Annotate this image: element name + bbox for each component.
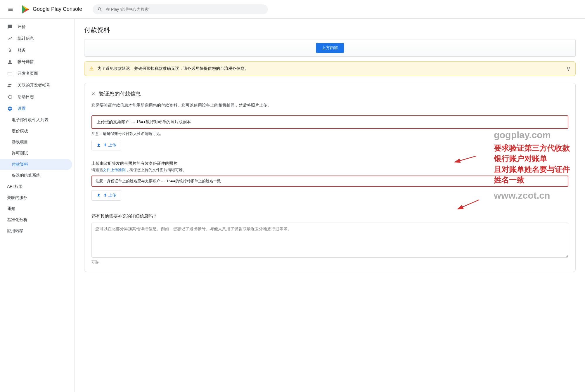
sidebar-label-rating: 评价	[18, 24, 26, 30]
warning-expand-icon[interactable]: ∨	[566, 65, 571, 72]
id-upload-note-red-text: 注意：身份证件上的姓名应与支票账户 ···· 16●●的银行对帐单上的姓名一致	[96, 179, 221, 183]
sidebar-label-devpage: 开发者页面	[18, 71, 38, 76]
rating-icon	[7, 24, 13, 30]
id-upload-link[interactable]: 文件上传准则	[103, 168, 126, 172]
menu-icon[interactable]	[5, 4, 16, 15]
sidebar-label-analytics: 基准化分析	[7, 217, 27, 223]
sidebar-item-activity[interactable]: 活动日志	[0, 91, 72, 103]
scrolled-top-area: 上方内容	[84, 39, 576, 57]
sidebar-item-rating[interactable]: 评价	[0, 21, 72, 33]
page-title: 付款资料	[84, 26, 576, 34]
sidebar-label-notify: 通知	[7, 206, 15, 211]
warning-banner: ⚠ 为了避免收款延迟，并确保预扣税款准确无误，请务必尽快提供您的台湾税务信息。 …	[84, 61, 576, 76]
main-content: 付款资料 上方内容 ⚠ 为了避免收款延迟，并确保预扣税款准确无误，请务必尽快提供…	[75, 19, 585, 392]
sidebar-item-analytics[interactable]: 基准化分析	[0, 214, 72, 226]
sidebar-item-pricing[interactable]: 定价模板	[0, 126, 72, 137]
sidebar-label-transfer: 应用转移	[7, 228, 23, 234]
verify-header: ✕ 验证您的付款信息	[91, 90, 568, 97]
additional-title: 还有其他需要补充的详细信息吗？	[91, 214, 568, 219]
search-input[interactable]	[106, 7, 263, 12]
app-title: Google Play Console	[33, 6, 82, 12]
id-upload-note-link: 请遵循文件上传准则，确保您上传的文件图片清晰可辨。	[91, 167, 568, 173]
sidebar-item-payment[interactable]: 付款资料	[0, 159, 72, 170]
sidebar-label-linked: 关联的开发者帐号	[18, 83, 50, 88]
sidebar-label-pricing: 定价模板	[12, 129, 28, 134]
sidebar-label-email-list: 电子邮件收件人列表	[12, 117, 49, 123]
bank-upload-label: 上传您的支票账户 ···· 16●●银行对帐单的照片或副本	[97, 119, 191, 124]
id-upload-btn-label: ⬆ 上传	[103, 193, 116, 198]
verify-section: ✕ 验证您的付款信息 您需要验证付款信息才能重新启用您的付款资料。您可以使用设备…	[84, 83, 576, 272]
bank-upload-area: 上传您的支票账户 ···· 16●●银行对帐单的照片或副本	[91, 115, 568, 129]
verify-title: 验证您的付款信息	[99, 90, 141, 97]
sidebar-item-devpage[interactable]: 开发者页面	[0, 68, 72, 79]
search-icon	[97, 7, 102, 12]
activity-icon	[7, 94, 13, 100]
id-upload-button[interactable]: ⬆ 上传	[91, 190, 121, 201]
content-wrapper: ✕ 验证您的付款信息 您需要验证付款信息才能重新启用您的付款资料。您可以使用设备…	[84, 83, 576, 272]
sidebar-item-finance[interactable]: 财务	[0, 44, 72, 56]
sidebar-item-license[interactable]: 许可测试	[0, 148, 72, 159]
bank-upload-note: 注意：请确保账号和付款人姓名清晰可见。	[91, 131, 568, 136]
sidebar-label-payment: 付款资料	[12, 162, 28, 167]
settings-icon	[7, 106, 13, 112]
bank-upload-btn-label: ⬆ 上传	[103, 143, 116, 148]
sidebar: 评价 统计信息 财务 帐号详情 开发者页面	[0, 19, 75, 392]
sidebar-label-related: 关联的服务	[7, 195, 27, 200]
verify-close-icon[interactable]: ✕	[91, 91, 95, 97]
account-icon	[7, 59, 13, 65]
optional-label: 可选	[91, 260, 568, 265]
additional-textarea[interactable]	[91, 223, 568, 258]
logo: Google Play Console	[21, 5, 82, 14]
devpage-icon	[7, 71, 13, 77]
sidebar-item-linked[interactable]: 关联的开发者帐号	[0, 79, 72, 91]
sidebar-label-settings: 设置	[18, 106, 26, 111]
verify-description: 您需要验证付款信息才能重新启用您的付款资料。您可以使用设备上的相机拍照，然后将照…	[91, 102, 568, 108]
sidebar-label-games: 游戏项目	[12, 140, 28, 145]
layout: 评价 统计信息 财务 帐号详情 开发者页面	[0, 19, 585, 392]
sidebar-label-stats: 统计信息	[18, 36, 34, 41]
bank-upload-button[interactable]: ⬆ 上传	[91, 140, 121, 150]
additional-section: 还有其他需要补充的详细信息吗？ 可选	[91, 214, 568, 265]
search-container	[93, 4, 268, 14]
sidebar-label-billing: 备选的结算系统	[12, 173, 40, 178]
header: Google Play Console	[0, 0, 585, 19]
sidebar-item-notify[interactable]: 通知	[0, 203, 72, 214]
warning-text: 为了避免收款延迟，并确保预扣税款准确无误，请务必尽快提供您的台湾税务信息。	[97, 66, 563, 71]
linked-icon	[7, 82, 13, 88]
sidebar-label-license: 许可测试	[12, 151, 28, 156]
stats-icon	[7, 36, 13, 41]
sidebar-item-billing[interactable]: 备选的结算系统	[0, 170, 72, 181]
upload-icon	[96, 143, 101, 148]
sidebar-item-settings[interactable]: 设置	[0, 103, 72, 115]
scrolled-top-button[interactable]: 上方内容	[316, 43, 344, 53]
sidebar-item-related[interactable]: 关联的服务	[0, 192, 72, 203]
id-upload-note-red: 注意：身份证件上的姓名应与支票账户 ···· 16●●的银行对帐单上的姓名一致	[91, 176, 568, 187]
id-upload-icon	[96, 193, 101, 198]
id-section-title: 上传由政府签发的带照片的有效身份证件的照片	[91, 161, 568, 166]
sidebar-label-api: API 权限	[7, 184, 23, 189]
sidebar-item-transfer[interactable]: 应用转移	[0, 226, 72, 237]
sidebar-item-api[interactable]: API 权限	[0, 181, 72, 192]
finance-icon	[7, 47, 13, 53]
sidebar-item-stats[interactable]: 统计信息	[0, 33, 72, 44]
sidebar-label-account: 帐号详情	[18, 59, 34, 65]
warning-icon: ⚠	[89, 65, 94, 72]
sidebar-item-games[interactable]: 游戏项目	[0, 137, 72, 148]
sidebar-item-email-list[interactable]: 电子邮件收件人列表	[0, 115, 72, 126]
sidebar-item-account[interactable]: 帐号详情	[0, 56, 72, 68]
sidebar-label-activity: 活动日志	[18, 94, 34, 100]
sidebar-label-finance: 财务	[18, 48, 26, 53]
